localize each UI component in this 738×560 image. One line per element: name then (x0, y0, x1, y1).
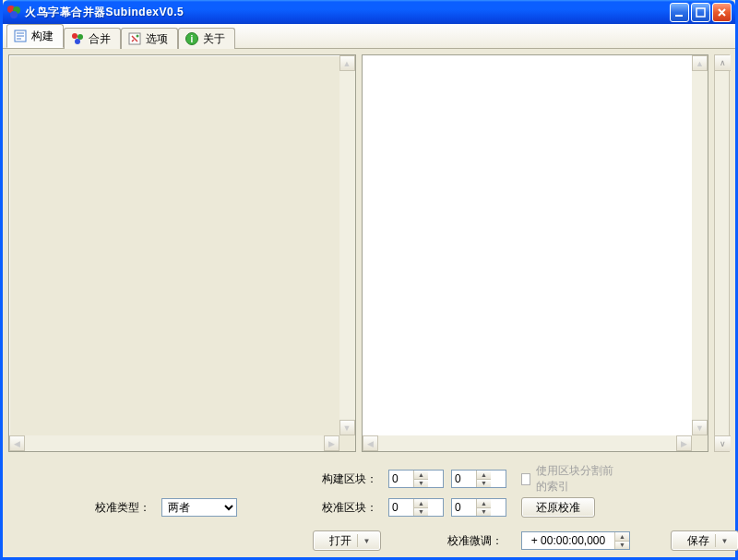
calib-block-spinner-2[interactable]: ▲▼ (451, 498, 506, 517)
spin-down-icon[interactable]: ▼ (477, 508, 491, 517)
spin-up-icon[interactable]: ▲ (477, 471, 491, 480)
svg-point-8 (75, 39, 80, 44)
minimize-button[interactable] (670, 3, 689, 22)
scroll-corner (339, 435, 355, 451)
control-row-calib: 校准类型： 两者 校准区块： ▲▼ ▲▼ 还原校准 (16, 496, 722, 518)
calib-fine-spinner[interactable]: ▲▼ (521, 531, 630, 550)
svg-text:i: i (191, 34, 194, 44)
outer-scrollbar-vertical[interactable]: ∧ ∨ (714, 54, 730, 452)
svg-rect-4 (696, 8, 705, 17)
scroll-up-icon[interactable]: ▲ (339, 55, 355, 71)
scroll-right-icon[interactable]: ▶ (676, 435, 692, 451)
control-row-actions: 打开 ▼ 校准微调： ▲▼ 保存 ▼ (16, 530, 722, 552)
left-scrollbar-horizontal[interactable]: ◀ ▶ (9, 435, 339, 451)
build-block-label: 构建区块： (252, 471, 381, 487)
calib-block-label: 校准区块： (252, 500, 381, 516)
use-presplit-index-checkbox: 使用区块分割前的索引 (521, 463, 613, 494)
controls-panel: 构建区块： ▲▼ ▲▼ 使用区块分割前的索引 校准类型： 两者 (3, 454, 735, 557)
scroll-left-icon[interactable]: ◀ (363, 435, 378, 451)
spin-up-icon[interactable]: ▲ (414, 471, 428, 480)
tab-strip: 构建 合并 选项 i 关于 (3, 24, 735, 49)
tab-label: 构建 (31, 29, 54, 44)
scroll-down-icon[interactable]: ∨ (715, 435, 731, 451)
tab-build[interactable]: 构建 (6, 24, 64, 48)
svg-point-7 (77, 34, 83, 40)
right-scrollbar-horizontal[interactable]: ◀ ▶ (363, 435, 693, 451)
calib-type-select[interactable]: 两者 (161, 498, 237, 517)
calib-fine-label: 校准微调： (388, 533, 506, 549)
calib-fine-value[interactable] (522, 532, 614, 549)
build-block-value-2[interactable] (452, 471, 476, 487)
options-icon (127, 31, 142, 46)
tab-label: 选项 (146, 31, 168, 47)
svg-point-6 (72, 33, 77, 39)
scroll-corner (692, 435, 708, 451)
svg-point-2 (10, 11, 18, 18)
about-icon: i (184, 31, 199, 46)
build-block-spinner-1[interactable]: ▲▼ (388, 470, 444, 488)
merge-icon (70, 31, 85, 46)
checkbox-box (521, 473, 530, 485)
chevron-down-icon: ▼ (357, 534, 371, 547)
main-area: ▲ ▼ ◀ ▶ ▲ ▼ ◀ (3, 49, 735, 454)
spin-up-icon[interactable]: ▲ (615, 532, 629, 542)
right-pane[interactable]: ▲ ▼ ◀ ▶ (362, 54, 709, 452)
control-row-build: 构建区块： ▲▼ ▲▼ 使用区块分割前的索引 (16, 463, 722, 485)
scroll-down-icon[interactable]: ▼ (692, 420, 708, 435)
save-button[interactable]: 保存 ▼ (671, 530, 738, 551)
spin-down-icon[interactable]: ▼ (414, 508, 428, 517)
tab-options[interactable]: 选项 (121, 28, 178, 49)
calib-type-label: 校准类型： (16, 500, 154, 516)
checkbox-label: 使用区块分割前的索引 (536, 463, 613, 494)
build-block-value-1[interactable] (389, 471, 413, 487)
build-icon (13, 29, 28, 43)
open-button[interactable]: 打开 ▼ (313, 530, 381, 551)
restore-calib-button[interactable]: 还原校准 (521, 497, 595, 518)
spin-up-icon[interactable]: ▲ (477, 499, 491, 508)
spin-down-icon[interactable]: ▼ (477, 480, 491, 488)
app-window: 火鸟字幕合并器SubindexV0.5 构建 (0, 0, 738, 560)
client-area: 构建 合并 选项 i 关于 (3, 24, 735, 557)
tab-label: 合并 (89, 31, 111, 47)
right-pane-body (363, 55, 708, 451)
button-label: 还原校准 (536, 500, 580, 516)
build-block-spinner-2[interactable]: ▲▼ (451, 470, 506, 488)
spin-up-icon[interactable]: ▲ (414, 499, 428, 508)
scroll-down-icon[interactable]: ▼ (339, 420, 355, 435)
button-label: 打开 (329, 533, 351, 549)
tab-label: 关于 (203, 31, 225, 47)
window-title: 火鸟字幕合并器SubindexV0.5 (25, 5, 670, 20)
tab-about[interactable]: i 关于 (178, 28, 235, 49)
maximize-button[interactable] (691, 3, 710, 22)
left-pane-body (9, 55, 355, 451)
right-scrollbar-vertical[interactable]: ▲ ▼ (692, 55, 708, 435)
svg-rect-3 (675, 15, 683, 17)
app-icon (6, 5, 21, 19)
scroll-up-icon[interactable]: ∧ (715, 55, 731, 71)
spin-down-icon[interactable]: ▼ (615, 542, 629, 550)
tab-merge[interactable]: 合并 (64, 28, 121, 49)
left-scrollbar-vertical[interactable]: ▲ ▼ (339, 55, 355, 435)
svg-point-10 (137, 35, 139, 38)
calib-block-spinner-1[interactable]: ▲▼ (388, 498, 444, 517)
left-pane[interactable]: ▲ ▼ ◀ ▶ (8, 54, 356, 452)
button-label: 保存 (687, 533, 709, 549)
scroll-left-icon[interactable]: ◀ (9, 435, 25, 451)
window-controls (670, 3, 732, 22)
title-bar[interactable]: 火鸟字幕合并器SubindexV0.5 (3, 0, 735, 24)
calib-block-value-2[interactable] (452, 499, 476, 516)
scroll-right-icon[interactable]: ▶ (324, 435, 339, 451)
calib-block-value-1[interactable] (389, 499, 413, 516)
scroll-up-icon[interactable]: ▲ (692, 55, 708, 71)
spin-down-icon[interactable]: ▼ (414, 480, 428, 488)
close-button[interactable] (712, 3, 732, 22)
chevron-down-icon: ▼ (715, 534, 729, 547)
